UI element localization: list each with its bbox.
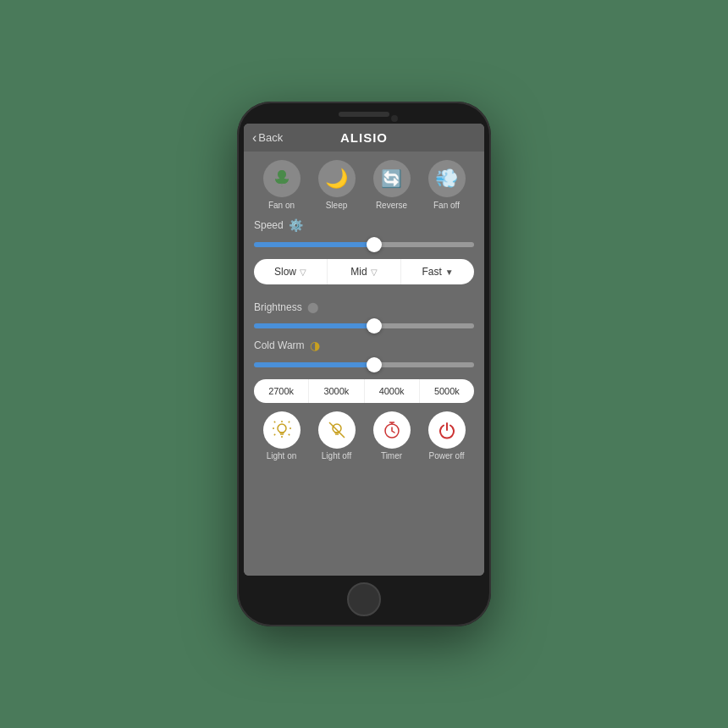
- page-title: ALISIO: [340, 130, 388, 145]
- speed-label-row: Speed ⚙️: [254, 218, 474, 232]
- phone-camera: [391, 115, 398, 122]
- slow-label: Slow: [274, 266, 296, 278]
- sleep-circle[interactable]: 🌙: [318, 160, 356, 197]
- mid-icon: ▽: [371, 267, 378, 277]
- fan-on-circle[interactable]: [263, 160, 301, 197]
- timer-label: Timer: [381, 451, 402, 461]
- temp-5000k[interactable]: 5000k: [420, 379, 474, 403]
- phone-frame: ‹ Back ALISIO Fan on: [237, 102, 491, 626]
- home-button[interactable]: [347, 582, 381, 616]
- brightness-label: Brightness: [254, 301, 302, 313]
- cold-warm-slider[interactable]: [254, 362, 474, 367]
- control-sleep[interactable]: 🌙 Sleep: [318, 160, 356, 210]
- temp-2700k[interactable]: 2700k: [254, 379, 309, 403]
- timer-circle[interactable]: [373, 411, 411, 449]
- light-on-label: Light on: [267, 451, 297, 461]
- temp-5000k-label: 5000k: [434, 386, 460, 396]
- fast-label: Fast: [422, 266, 441, 278]
- speed-label: Speed: [254, 219, 284, 231]
- speed-buttons: Slow ▽ Mid ▽ Fast ▼: [254, 259, 474, 284]
- screen-body: Fan on 🌙 Sleep 🔄 Reverse: [244, 152, 484, 576]
- action-light-off[interactable]: Light off: [318, 411, 356, 461]
- back-label: Back: [258, 131, 283, 144]
- control-fan-off[interactable]: 💨 Fan off: [428, 160, 466, 210]
- temp-3000k-label: 3000k: [323, 386, 349, 396]
- speed-section: Speed ⚙️: [254, 218, 474, 251]
- slow-icon: ▽: [300, 267, 306, 277]
- control-fan-on[interactable]: Fan on: [263, 160, 301, 210]
- color-temp-buttons: 2700k 3000k 4000k 5000k: [254, 379, 474, 403]
- light-on-circle[interactable]: [263, 411, 301, 449]
- power-off-label: Power off: [428, 451, 464, 461]
- brightness-icon: ⬤: [307, 301, 318, 313]
- phone-screen: ‹ Back ALISIO Fan on: [244, 124, 484, 576]
- brightness-slider[interactable]: [254, 323, 474, 328]
- power-off-circle[interactable]: [428, 411, 466, 449]
- phone-speaker: [339, 112, 389, 117]
- fan-on-label: Fan on: [268, 201, 295, 210]
- temp-4000k-label: 4000k: [379, 386, 405, 396]
- brightness-section: Brightness ⬤: [254, 301, 474, 332]
- svg-point-0: [278, 424, 286, 433]
- speed-icon: ⚙️: [289, 218, 303, 232]
- fan-off-circle[interactable]: 💨: [428, 160, 466, 197]
- light-off-circle[interactable]: [318, 411, 356, 449]
- back-chevron-icon: ‹: [252, 130, 256, 146]
- fan-controls-row: Fan on 🌙 Sleep 🔄 Reverse: [254, 160, 474, 210]
- screen-header: ‹ Back ALISIO: [244, 124, 484, 152]
- action-row: Light on Light off: [254, 411, 474, 461]
- control-reverse[interactable]: 🔄 Reverse: [373, 160, 411, 210]
- cold-warm-section: Cold Warm ◑: [254, 339, 474, 371]
- cold-warm-icon: ◑: [310, 339, 320, 352]
- back-button[interactable]: ‹ Back: [252, 130, 283, 146]
- reverse-circle[interactable]: 🔄: [373, 160, 411, 197]
- fan-off-label: Fan off: [433, 201, 460, 210]
- light-off-label: Light off: [322, 451, 351, 461]
- temp-3000k[interactable]: 3000k: [309, 379, 364, 403]
- cold-warm-label: Cold Warm: [254, 339, 305, 351]
- temp-2700k-label: 2700k: [268, 386, 294, 396]
- fast-icon: ▼: [445, 267, 454, 277]
- sleep-label: Sleep: [326, 201, 348, 210]
- brightness-label-row: Brightness ⬤: [254, 301, 474, 313]
- divider-1: [254, 293, 474, 301]
- cold-warm-label-row: Cold Warm ◑: [254, 339, 474, 352]
- svg-point-1: [333, 424, 341, 433]
- fast-button[interactable]: Fast ▼: [401, 259, 474, 284]
- temp-4000k[interactable]: 4000k: [365, 379, 420, 403]
- slow-button[interactable]: Slow ▽: [254, 259, 328, 284]
- mid-button[interactable]: Mid ▽: [328, 259, 401, 284]
- action-light-on[interactable]: Light on: [263, 411, 301, 461]
- mid-label: Mid: [350, 266, 367, 278]
- speed-slider[interactable]: [254, 242, 474, 247]
- reverse-label: Reverse: [376, 201, 407, 210]
- action-power-off[interactable]: Power off: [428, 411, 466, 461]
- action-timer[interactable]: Timer: [373, 411, 411, 461]
